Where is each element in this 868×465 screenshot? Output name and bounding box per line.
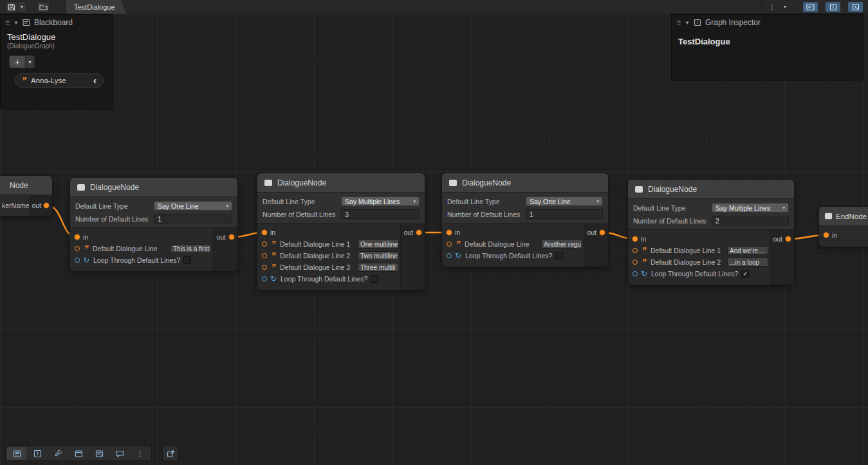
dialogue-line-field[interactable]: Two multiline xyxy=(358,251,399,260)
bool-port[interactable] xyxy=(262,276,267,281)
dialogue-line-field[interactable]: This is a first xyxy=(171,244,212,253)
exec-out-port[interactable] xyxy=(416,230,421,235)
exec-in-port[interactable] xyxy=(633,236,638,242)
num-lines-label: Number of Default Lines xyxy=(263,211,341,218)
line-type-dropdown[interactable]: Say Multiple Lines ▾ xyxy=(341,196,420,206)
loop-checkbox[interactable] xyxy=(555,252,563,260)
blackboard-icon xyxy=(23,19,30,26)
dialogue-line-field[interactable]: And we're... xyxy=(727,246,768,255)
end-node[interactable]: EndNode in xyxy=(818,206,868,247)
blackboard-graph-type: (DialogueGraph) xyxy=(1,42,113,50)
top-toolbar: ▾ TestDialogue ⋮ ▾ xyxy=(0,0,868,14)
loop-checkbox[interactable]: ✓ xyxy=(741,270,749,278)
overlay-menu-button[interactable]: ⋮ xyxy=(766,1,779,13)
overlay-handle-icon[interactable]: ≡ xyxy=(5,18,10,27)
port-label: out xyxy=(403,229,413,236)
dialogue-line-field[interactable]: ...in a loop xyxy=(727,258,768,267)
exec-in-port[interactable] xyxy=(75,234,80,240)
line-type-dropdown[interactable]: Say One Line ▾ xyxy=(154,201,232,211)
string-port[interactable] xyxy=(262,265,267,270)
port-label: Loop Through Default Lines? xyxy=(651,270,738,278)
blackboard-panel-button[interactable] xyxy=(89,447,109,460)
node-title-bar[interactable]: DialogueNode xyxy=(628,180,794,199)
graph-breadcrumb-tab[interactable]: TestDialogue xyxy=(66,0,127,14)
string-port[interactable] xyxy=(75,246,80,251)
node-title-bar[interactable]: DialogueNode xyxy=(70,178,237,197)
exec-out-port[interactable] xyxy=(44,203,49,208)
blackboard-field-anna-lyse[interactable]: ” Anna-Lyse ‹ xyxy=(15,73,104,88)
dialogue-line-field[interactable]: One multiline xyxy=(358,240,399,249)
add-variable-dropdown[interactable]: ▾ xyxy=(26,55,35,68)
num-lines-value: 1 xyxy=(158,215,162,223)
exec-out-port[interactable] xyxy=(786,236,791,242)
console-panel-button[interactable] xyxy=(7,447,26,460)
loop-icon: ↻ xyxy=(455,252,462,259)
exec-out-port[interactable] xyxy=(229,234,234,240)
bool-port[interactable] xyxy=(447,253,452,258)
save-dropdown-button[interactable]: ▾ xyxy=(18,1,26,13)
start-node[interactable]: Node kerName out xyxy=(0,175,53,216)
num-lines-field[interactable]: 3 xyxy=(341,209,420,219)
port-label: in xyxy=(455,229,460,236)
window-panel-button[interactable] xyxy=(69,447,88,460)
loop-icon: ↻ xyxy=(83,257,90,263)
string-port[interactable] xyxy=(633,260,638,265)
num-lines-field[interactable]: 1 xyxy=(154,214,232,223)
overlay-menu-dropdown[interactable]: ▾ xyxy=(779,1,791,13)
dropdown-arrow-icon: ▾ xyxy=(226,204,228,209)
line-type-dropdown[interactable]: Say One Line ▾ xyxy=(526,196,603,206)
port-label: Default Dialogue Line 2 xyxy=(280,252,350,260)
preview-toggle-button[interactable] xyxy=(848,2,863,12)
dialogue-node-1[interactable]: DialogueNode Default Line Type Say One L… xyxy=(69,177,238,272)
overlay-options-button[interactable]: ⋮ xyxy=(131,447,150,460)
num-lines-field[interactable]: 2 xyxy=(712,216,789,225)
exec-out-port[interactable] xyxy=(600,230,605,235)
popout-overlay-button[interactable] xyxy=(162,446,179,461)
bool-port[interactable] xyxy=(75,258,80,263)
dialogue-node-4[interactable]: DialogueNode Default Line Type Say Multi… xyxy=(627,179,795,285)
inspector-graph-name: TestDialogue xyxy=(672,30,863,46)
inspector-toggle-button[interactable] xyxy=(826,2,840,12)
open-asset-button[interactable] xyxy=(37,1,50,13)
exec-in-port[interactable] xyxy=(447,230,452,235)
node-title-bar[interactable]: Node xyxy=(0,176,52,195)
dialogue-line-field[interactable]: Three multili xyxy=(358,263,399,272)
exec-in-port[interactable] xyxy=(262,230,267,235)
save-button[interactable] xyxy=(5,1,18,13)
port-label: Loop Through Default Lines? xyxy=(465,252,552,260)
dialogue-node-2[interactable]: DialogueNode Default Line Type Say Multi… xyxy=(257,173,425,290)
inspector-icon xyxy=(694,19,701,26)
loop-checkbox[interactable] xyxy=(371,275,378,283)
node-title-bar[interactable]: DialogueNode xyxy=(257,173,425,193)
line-type-dropdown[interactable]: Say Multiple Lines ▾ xyxy=(712,203,789,213)
collapse-arrow-icon[interactable]: ▼ xyxy=(14,20,19,26)
num-lines-field[interactable]: 1 xyxy=(526,209,603,219)
bool-port[interactable] xyxy=(633,271,638,276)
node-title-label: DialogueNode xyxy=(90,183,139,192)
node-title-bar[interactable]: EndNode xyxy=(819,207,868,226)
overlay-handle-icon[interactable]: ≡ xyxy=(676,18,681,27)
dialogue-node-3[interactable]: DialogueNode Default Line Type Say One L… xyxy=(441,173,609,267)
inspector-panel-button[interactable] xyxy=(28,447,47,460)
node-title-bar[interactable]: DialogueNode xyxy=(442,173,608,193)
line-type-label: Default Line Type xyxy=(75,202,154,210)
port-label: Loop Through Default Lines? xyxy=(93,256,180,264)
string-port[interactable] xyxy=(262,253,267,258)
string-port[interactable] xyxy=(633,248,638,253)
dialogue-line-field[interactable]: Another regu xyxy=(541,240,582,249)
port-label: Default Dialogue Line 3 xyxy=(280,263,350,271)
exec-in-port[interactable] xyxy=(824,232,829,238)
dialogue-preview-button[interactable] xyxy=(110,447,129,460)
panel-title: Blackboard xyxy=(34,18,73,27)
add-variable-button[interactable]: + xyxy=(9,55,26,68)
string-port[interactable] xyxy=(262,242,267,247)
port-label: Default Dialogue Line xyxy=(465,240,529,248)
node-title-label: DialogueNode xyxy=(462,178,511,187)
string-port[interactable] xyxy=(447,242,452,247)
loop-checkbox[interactable] xyxy=(183,256,191,264)
port-label: out xyxy=(587,229,596,236)
blackboard-toggle-button[interactable] xyxy=(803,2,818,12)
collapse-arrow-icon[interactable]: ▼ xyxy=(685,20,690,26)
expand-chevron-icon[interactable]: ‹ xyxy=(93,77,97,84)
tools-button[interactable] xyxy=(48,447,68,460)
